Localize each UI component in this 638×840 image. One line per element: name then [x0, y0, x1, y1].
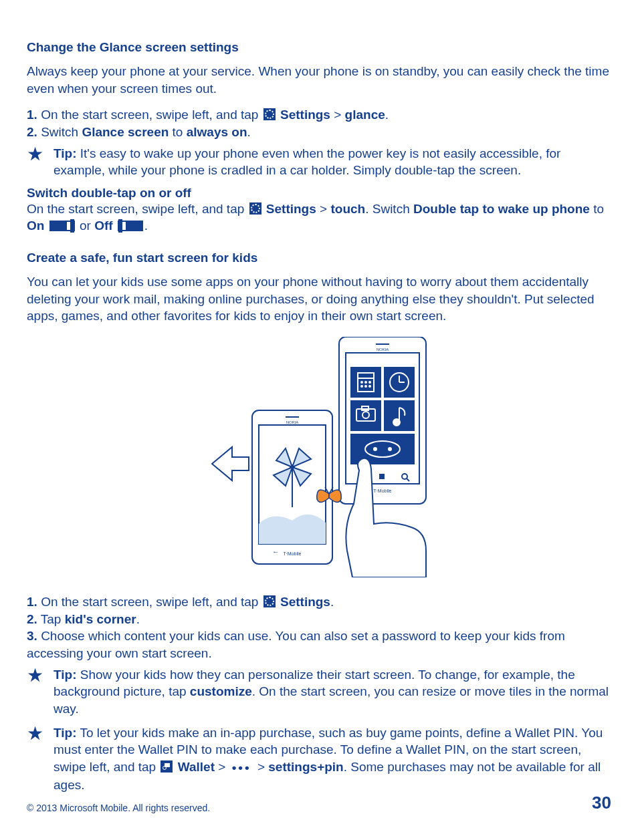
tip-label: Tip: — [54, 668, 76, 682]
kstep1-settings: Settings — [280, 595, 330, 609]
settingspin-label: settings+pin — [268, 760, 343, 774]
svg-text:T·Mobile: T·Mobile — [374, 488, 392, 493]
heading-kids: Create a safe, fun start screen for kids — [27, 251, 611, 265]
svg-point-22 — [361, 386, 362, 387]
wallet-label: Wallet — [178, 760, 215, 774]
tip-text: Tip: To let your kids make an in-app pur… — [54, 724, 611, 794]
tip-glance: ★ Tip: It's easy to wake up your phone e… — [27, 145, 611, 179]
sw-b: . Switch — [365, 202, 413, 216]
tip-customize: ★ Tip: Show your kids how they can perso… — [27, 666, 611, 718]
step-2a: Switch — [41, 125, 82, 139]
toggle-off-icon — [118, 221, 143, 231]
tip-label: Tip: — [54, 146, 76, 160]
page-number: 30 — [592, 793, 611, 813]
dbltap-label: Double tap to wake up phone — [413, 202, 590, 216]
copyright-text: © 2013 Microsoft Mobile. All rights rese… — [27, 803, 210, 813]
svg-point-24 — [369, 386, 370, 387]
para-kids-intro: You can let your kids use some apps on y… — [27, 273, 611, 325]
svg-point-33 — [374, 448, 377, 450]
kstep-num-2: 2. — [27, 612, 37, 626]
kstep1-a: On the start screen, swipe left, and tap — [41, 595, 262, 609]
sw-touch: touch — [330, 202, 365, 216]
svg-point-34 — [389, 448, 391, 450]
more-dots-icon: ••• — [232, 759, 251, 777]
period: . — [144, 219, 148, 233]
settings-label: Settings — [280, 108, 330, 122]
tip-label: Tip: — [54, 726, 76, 740]
para-glance-intro: Always keep your phone at your service. … — [27, 63, 611, 97]
kstep-num-1: 1. — [27, 595, 37, 609]
period: . — [330, 595, 334, 609]
star-icon: ★ — [27, 724, 54, 794]
glance-screen-label: Glance screen — [82, 125, 169, 139]
step-1: 1. On the start screen, swipe left, and … — [27, 106, 611, 124]
tip-text: Tip: Show your kids how they can persona… — [54, 666, 611, 718]
kstep-num-3: 3. — [27, 629, 37, 643]
svg-text:T·Mobile: T·Mobile — [284, 551, 302, 556]
star-icon: ★ — [27, 145, 54, 179]
sw-or: or — [76, 219, 94, 233]
doubletap-para: On the start screen, swipe left, and tap… — [27, 200, 611, 235]
kstep-1: 1. On the start screen, swipe left, and … — [27, 593, 611, 611]
svg-point-21 — [369, 382, 370, 383]
gt: > — [334, 108, 341, 122]
settings-icon — [263, 108, 276, 120]
svg-point-23 — [365, 386, 366, 387]
period: . — [247, 125, 251, 139]
subheading-doubletap: Switch double-tap on or off — [27, 186, 611, 200]
off-label: Off — [94, 219, 112, 233]
sw-a: On the start screen, swipe left, and tap — [27, 202, 248, 216]
svg-text:NOKIA: NOKIA — [377, 347, 389, 352]
glance-steps: 1. On the start screen, swipe left, and … — [27, 106, 611, 140]
sw-settings: Settings — [266, 202, 316, 216]
kstep-3: 3. Choose which content your kids can us… — [27, 627, 611, 662]
wallet-icon — [161, 760, 173, 773]
period: . — [136, 612, 140, 626]
settings-icon — [249, 202, 261, 215]
kids-steps: 1. On the start screen, swipe left, and … — [27, 593, 611, 662]
svg-point-19 — [361, 382, 362, 383]
svg-rect-14 — [351, 401, 381, 430]
tip-text: Tip: It's easy to wake up your phone eve… — [54, 145, 611, 179]
heading-glance: Change the Glance screen settings — [27, 40, 611, 55]
always-on-label: always on — [187, 125, 247, 139]
svg-text:NOKIA: NOKIA — [286, 420, 299, 424]
step-2: 2. Switch Glance screen to always on. — [27, 124, 611, 141]
kids-illustration: NOKIA ← T·Mobile NOKIA — [27, 337, 611, 577]
gt: > — [218, 760, 225, 774]
sw-c: to — [590, 202, 604, 216]
on-label: On — [27, 219, 44, 233]
svg-rect-36 — [379, 474, 385, 479]
settings-icon — [263, 595, 276, 607]
illustration-svg: NOKIA ← T·Mobile NOKIA — [199, 337, 439, 577]
glance-label: glance — [345, 108, 385, 122]
star-icon: ★ — [27, 666, 54, 718]
svg-text:←: ← — [272, 548, 279, 555]
customize-label: customize — [190, 684, 252, 698]
kstep2-a: Tap — [41, 612, 65, 626]
gt: > — [257, 760, 265, 774]
kstep-2: 2. Tap kid's corner. — [27, 611, 611, 628]
step-num-1: 1. — [27, 108, 37, 122]
tip1-body: It's easy to wake up your phone even whe… — [54, 146, 560, 178]
step-num-2: 2. — [27, 125, 37, 139]
step-1-text-a: On the start screen, swipe left, and tap — [41, 108, 262, 122]
toggle-on-icon — [49, 221, 75, 231]
period: . — [385, 108, 389, 122]
svg-point-31 — [393, 419, 400, 426]
tip-wallet: ★ Tip: To let your kids make an in-app p… — [27, 724, 611, 794]
step-2b: to — [169, 125, 186, 139]
kstep3-text: Choose which content your kids can use. … — [27, 629, 565, 660]
footer: © 2013 Microsoft Mobile. All rights rese… — [27, 793, 611, 813]
kidscorner-label: kid's corner — [65, 612, 136, 626]
gt: > — [320, 202, 327, 216]
svg-point-20 — [365, 382, 366, 383]
